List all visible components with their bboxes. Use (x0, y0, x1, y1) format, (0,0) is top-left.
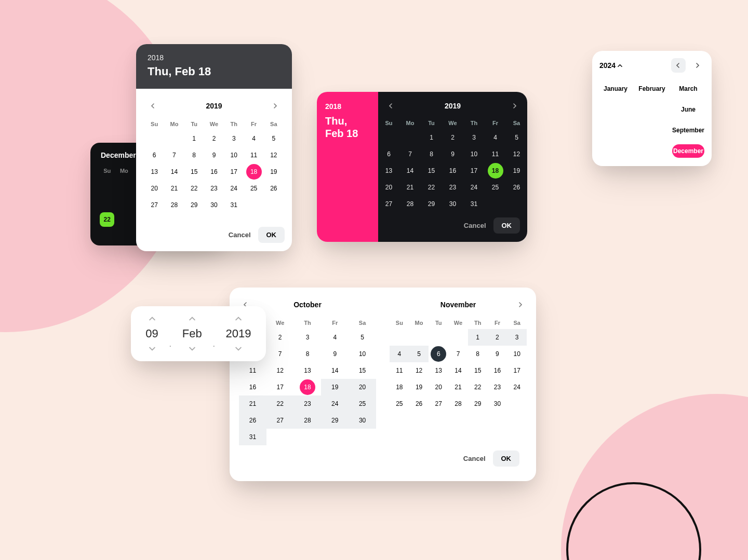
day-cell[interactable]: 25 (244, 180, 263, 197)
chevron-down-icon[interactable] (189, 346, 195, 352)
month-choice[interactable]: February (636, 82, 668, 95)
day-cell[interactable]: 2 (442, 129, 463, 146)
day-cell[interactable]: 8 (421, 146, 442, 162)
day-cell[interactable]: 18 (390, 379, 409, 395)
day-cell[interactable]: 6 (431, 346, 446, 362)
month-choice[interactable]: September (672, 124, 704, 137)
day-cell[interactable]: 20 (429, 379, 448, 395)
day-cell[interactable]: 24 (507, 379, 527, 395)
day-cell[interactable]: 15 (468, 362, 488, 379)
day-cell[interactable]: 25 (485, 179, 506, 196)
day-cell[interactable]: 29 (468, 395, 488, 412)
day-cell[interactable]: 6 (144, 147, 164, 163)
month-choice[interactable]: June (672, 103, 704, 116)
day-cell[interactable]: 13 (429, 362, 448, 379)
day-cell[interactable]: 16 (204, 163, 224, 180)
day-cell[interactable]: 6 (378, 146, 399, 162)
day-wheel[interactable]: 09 (145, 316, 158, 352)
day-cell[interactable]: 7 (448, 346, 468, 362)
day-cell[interactable]: 30 (442, 196, 463, 212)
day-cell[interactable]: 21 (399, 179, 421, 196)
day-cell[interactable]: 11 (244, 147, 263, 163)
chevron-up-icon[interactable] (235, 316, 242, 322)
day-cell[interactable]: 21 (164, 180, 184, 197)
day-cell[interactable]: 1 (421, 129, 442, 146)
day-cell[interactable]: 8 (468, 346, 488, 362)
day-cell[interactable]: 5 (264, 130, 284, 147)
day-cell[interactable]: 11 (485, 146, 506, 162)
day-cell[interactable]: 9 (321, 346, 349, 362)
day-cell[interactable]: 11 (239, 362, 266, 379)
day-cell[interactable]: 30 (204, 197, 224, 213)
day-cell[interactable]: 10 (507, 346, 527, 362)
day-cell[interactable]: 11 (390, 362, 409, 379)
day-cell[interactable]: 4 (485, 129, 506, 146)
day-cell[interactable]: 24 (321, 395, 349, 412)
ok-button[interactable]: OK (493, 450, 520, 467)
day-cell[interactable]: 23 (488, 379, 507, 395)
day-cell[interactable]: 24 (224, 180, 244, 197)
day-cell[interactable]: 19 (409, 379, 429, 395)
day-cell[interactable]: 7 (266, 346, 294, 362)
day-cell[interactable]: 12 (506, 146, 527, 162)
next-icon[interactable] (507, 99, 521, 113)
day-cell[interactable]: 29 (421, 196, 442, 212)
day-cell[interactable]: 19 (264, 163, 284, 180)
day-cell[interactable]: 1 (184, 130, 204, 147)
cancel-button[interactable]: Cancel (463, 455, 486, 462)
day-cell[interactable]: 31 (239, 429, 266, 445)
day-cell[interactable]: 23 (442, 179, 463, 196)
day-cell[interactable]: 15 (349, 362, 376, 379)
day-cell[interactable]: 13 (294, 362, 322, 379)
day-cell[interactable]: 12 (409, 362, 429, 379)
day-cell[interactable]: 27 (266, 412, 294, 429)
day-cell[interactable]: 25 (390, 395, 409, 412)
day-cell[interactable]: 19 (506, 162, 527, 179)
nav-year[interactable]: 2019 (445, 102, 461, 110)
prev-icon[interactable] (384, 99, 398, 113)
day-cell[interactable]: 7 (164, 147, 184, 163)
day-cell[interactable]: 24 (463, 179, 485, 196)
day-cell[interactable]: 4 (321, 329, 349, 346)
chevron-up-icon[interactable] (189, 316, 195, 322)
day-cell[interactable]: 14 (399, 162, 421, 179)
day-cell[interactable]: 27 (429, 395, 448, 412)
day-cell[interactable]: 13 (378, 162, 399, 179)
day-cell[interactable]: 14 (448, 362, 468, 379)
chevron-down-icon[interactable] (235, 346, 242, 352)
day-cell[interactable]: 7 (399, 146, 421, 162)
day-cell[interactable]: 26 (506, 179, 527, 196)
day-cell[interactable]: 2 (204, 130, 224, 147)
day-cell[interactable]: 8 (294, 346, 322, 362)
day-cell[interactable]: 20 (144, 180, 164, 197)
day-cell[interactable]: 3 (224, 130, 244, 147)
day-cell[interactable]: 10 (349, 346, 376, 362)
day-cell[interactable]: 8 (184, 147, 204, 163)
day-cell[interactable]: 10 (224, 147, 244, 163)
prev-icon[interactable] (671, 58, 686, 73)
day-cell[interactable]: 28 (164, 197, 184, 213)
day-cell[interactable]: 12 (266, 362, 294, 379)
day-cell[interactable]: 29 (184, 197, 204, 213)
day-cell[interactable]: 3 (294, 329, 322, 346)
day-cell[interactable]: 16 (442, 162, 463, 179)
day-cell[interactable]: 12 (264, 147, 284, 163)
day-cell[interactable]: 17 (463, 162, 485, 179)
nav-year[interactable]: 2019 (206, 102, 222, 110)
day-cell[interactable]: 20 (378, 179, 399, 196)
year-wheel[interactable]: 2019 (226, 316, 251, 352)
day-cell[interactable]: 29 (321, 412, 349, 429)
day-cell[interactable]: 5 (349, 329, 376, 346)
day-cell[interactable]: 25 (349, 395, 376, 412)
day-cell[interactable]: 4 (390, 346, 409, 362)
day-cell[interactable]: 1 (468, 329, 488, 346)
day-cell[interactable]: 2 (488, 329, 507, 346)
day-cell[interactable]: 9 (442, 146, 463, 162)
month-wheel[interactable]: Feb (182, 316, 202, 352)
day-cell[interactable]: 22 (100, 212, 114, 227)
day-cell[interactable]: 17 (224, 163, 244, 180)
chevron-up-icon[interactable] (149, 316, 155, 322)
day-cell[interactable]: 21 (448, 379, 468, 395)
day-cell[interactable]: 18 (488, 163, 503, 179)
day-cell[interactable]: 2 (266, 329, 294, 346)
